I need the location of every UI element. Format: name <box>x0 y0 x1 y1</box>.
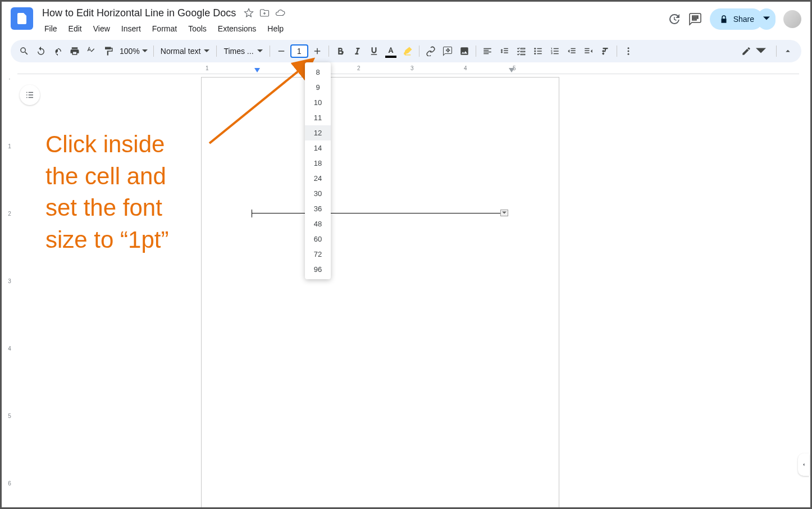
right-indent-marker[interactable] <box>509 68 514 72</box>
table-dropdown-handle[interactable] <box>500 210 508 216</box>
side-panel-expand[interactable] <box>798 453 809 476</box>
font-size-option[interactable]: 30 <box>305 186 331 201</box>
italic-icon[interactable] <box>349 43 365 59</box>
document-outline-button[interactable] <box>20 85 40 105</box>
font-size-option[interactable]: 96 <box>305 262 331 277</box>
bulleted-list-icon[interactable] <box>530 43 546 59</box>
annotation-text: Click inside the cell and set the font s… <box>45 129 168 256</box>
svg-point-1 <box>534 51 536 52</box>
decrease-font-size-icon[interactable] <box>273 43 289 59</box>
style-value: Normal text <box>161 47 201 56</box>
menu-tools[interactable]: Tools <box>184 22 211 35</box>
font-size-option[interactable]: 48 <box>305 216 331 231</box>
left-indent-marker[interactable] <box>254 68 260 72</box>
font-size-option[interactable]: 8 <box>305 65 331 80</box>
menu-format[interactable]: Format <box>148 22 181 35</box>
menu-file[interactable]: File <box>40 22 62 35</box>
increase-font-size-icon[interactable] <box>309 43 325 59</box>
font-size-value: 1 <box>297 47 302 56</box>
collapse-toolbar-icon[interactable] <box>780 43 796 59</box>
numbered-list-icon[interactable] <box>547 43 563 59</box>
share-dropdown[interactable] <box>758 8 775 30</box>
zoom-value: 100% <box>120 47 140 56</box>
vertical-ruler: · 1 2 3 4 5 6 <box>2 65 17 509</box>
menu-bar: File Edit View Insert Format Tools Exten… <box>40 22 667 35</box>
clear-formatting-icon[interactable] <box>597 43 613 59</box>
font-family-dropdown[interactable]: Times ... <box>220 47 266 56</box>
table-cell-border <box>252 213 508 213</box>
toolbar: 100% Normal text Times ... 1 <box>11 40 801 62</box>
menu-insert[interactable]: Insert <box>117 22 145 35</box>
redo-icon[interactable] <box>50 43 66 59</box>
font-size-option[interactable]: 11 <box>305 110 331 125</box>
text-color-icon[interactable] <box>383 43 399 59</box>
font-size-option[interactable]: 18 <box>305 156 331 171</box>
share-button[interactable]: Share <box>710 8 763 30</box>
print-icon[interactable] <box>67 43 83 59</box>
font-size-option[interactable]: 72 <box>305 247 331 262</box>
editing-mode-dropdown[interactable] <box>735 46 773 56</box>
bold-icon[interactable] <box>332 43 348 59</box>
svg-point-3 <box>627 47 629 49</box>
more-options-icon[interactable] <box>621 43 636 59</box>
menu-edit[interactable]: Edit <box>64 22 86 35</box>
star-icon[interactable] <box>244 8 254 18</box>
zoom-dropdown[interactable]: 100% <box>117 47 150 56</box>
font-size-option[interactable]: 12 <box>305 125 331 140</box>
first-line-indent-marker[interactable] <box>299 68 305 72</box>
svg-point-0 <box>534 48 536 49</box>
svg-point-4 <box>627 51 629 52</box>
history-icon[interactable] <box>667 12 681 26</box>
checklist-icon[interactable] <box>513 43 529 59</box>
cloud-status-icon[interactable] <box>275 8 285 18</box>
menu-view[interactable]: View <box>89 22 115 35</box>
svg-point-2 <box>534 53 536 54</box>
spellcheck-icon[interactable] <box>84 43 99 59</box>
horizontal-ruler: 1 2 3 4 5 <box>17 65 810 75</box>
comments-icon[interactable] <box>688 12 702 26</box>
line-spacing-icon[interactable] <box>496 43 512 59</box>
paint-format-icon[interactable] <box>101 43 116 59</box>
table-cell-cursor <box>252 210 252 217</box>
undo-icon[interactable] <box>33 43 49 59</box>
decrease-indent-icon[interactable] <box>564 43 580 59</box>
font-size-dropdown: 8 9 10 11 12 14 18 24 30 36 48 60 72 96 <box>305 62 331 279</box>
menu-help[interactable]: Help <box>263 22 288 35</box>
document-page[interactable] <box>201 77 559 509</box>
increase-indent-icon[interactable] <box>581 43 596 59</box>
add-comment-icon[interactable] <box>440 43 455 59</box>
font-size-option[interactable]: 14 <box>305 140 331 156</box>
font-size-input[interactable]: 1 <box>290 44 308 58</box>
underline-icon[interactable] <box>366 43 382 59</box>
font-size-option[interactable]: 60 <box>305 231 331 247</box>
search-menus-icon[interactable] <box>16 43 32 59</box>
account-avatar[interactable] <box>783 10 801 28</box>
font-size-option[interactable]: 24 <box>305 171 331 186</box>
move-folder-icon[interactable] <box>259 8 270 18</box>
align-dropdown-icon[interactable] <box>480 43 495 59</box>
docs-logo[interactable] <box>11 7 33 30</box>
paragraph-style-dropdown[interactable]: Normal text <box>157 47 213 56</box>
font-size-option[interactable]: 36 <box>305 201 331 216</box>
svg-point-5 <box>627 53 629 55</box>
menu-extensions[interactable]: Extensions <box>213 22 261 35</box>
document-title[interactable]: How to Edit Horizontal Line in Google Do… <box>40 6 238 20</box>
share-label: Share <box>733 15 754 24</box>
font-size-option[interactable]: 9 <box>305 80 331 95</box>
font-value: Times ... <box>223 47 253 56</box>
insert-link-icon[interactable] <box>423 43 439 59</box>
insert-image-icon[interactable] <box>457 43 472 59</box>
font-size-option[interactable]: 10 <box>305 95 331 110</box>
highlight-color-icon[interactable] <box>400 43 416 59</box>
